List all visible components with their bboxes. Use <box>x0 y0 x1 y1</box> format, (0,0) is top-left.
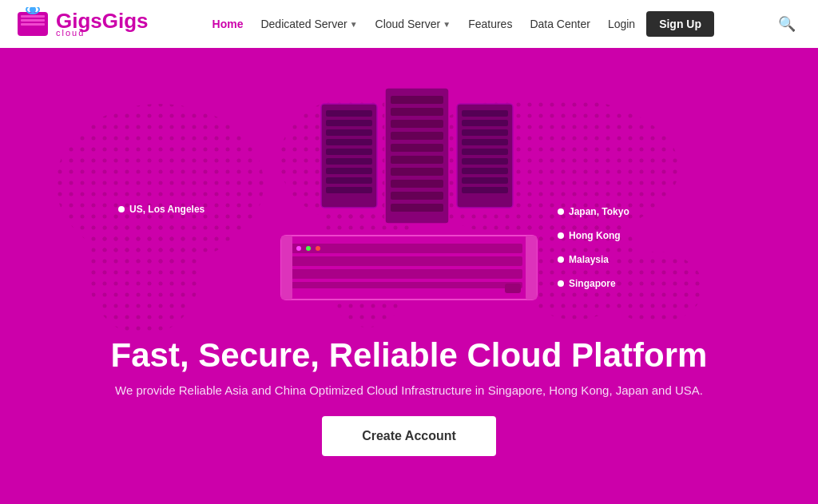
create-account-button[interactable]: Create Account <box>322 416 496 456</box>
dedicated-server-label: Dedicated Server <box>260 18 347 30</box>
svg-rect-37 <box>462 120 508 126</box>
svg-rect-30 <box>391 156 443 164</box>
svg-rect-22 <box>326 177 372 184</box>
svg-rect-20 <box>326 158 372 165</box>
svg-rect-38 <box>462 129 508 136</box>
us-dot <box>118 206 125 212</box>
cloud-server-label: Cloud Server <box>375 18 441 30</box>
search-icon[interactable]: 🔍 <box>772 12 802 36</box>
svg-rect-51 <box>526 236 537 300</box>
svg-rect-27 <box>391 120 443 128</box>
svg-rect-39 <box>462 139 508 145</box>
hero-section: US, Los Angeles Japan, Tokyo Hong Kong M… <box>0 48 818 504</box>
nav-item-features[interactable]: Features <box>462 13 518 35</box>
hero-subtitle: We provide Reliable Asia and China Optim… <box>16 383 802 397</box>
svg-rect-49 <box>291 282 522 288</box>
svg-rect-23 <box>326 187 372 193</box>
svg-rect-16 <box>326 120 372 126</box>
nav-item-login[interactable]: Login <box>602 13 641 35</box>
nav-link-dedicated[interactable]: Dedicated Server ▼ <box>254 13 363 35</box>
svg-rect-26 <box>391 108 443 116</box>
nav-link-home[interactable]: Home <box>206 13 250 35</box>
svg-rect-36 <box>462 110 508 117</box>
svg-rect-46 <box>291 244 522 253</box>
svg-rect-25 <box>391 96 443 104</box>
location-malaysia: Malaysia <box>558 254 609 265</box>
navbar: GigsGigs cloud Home Dedicated Server ▼ C… <box>0 0 818 48</box>
svg-rect-43 <box>462 177 508 184</box>
svg-rect-15 <box>326 110 372 117</box>
nav-item-datacenter[interactable]: Data Center <box>523 13 596 35</box>
svg-rect-47 <box>291 256 522 266</box>
location-hongkong: Hong Kong <box>558 230 621 241</box>
svg-rect-40 <box>462 149 508 155</box>
svg-point-54 <box>316 246 320 251</box>
svg-point-4 <box>30 7 36 13</box>
hero-content: Fast, Secure, Reliable Cloud Platform We… <box>0 337 818 456</box>
svg-rect-42 <box>462 168 508 174</box>
nav-link-cloud[interactable]: Cloud Server ▼ <box>369 13 458 35</box>
svg-rect-44 <box>462 187 508 193</box>
logo[interactable]: GigsGigs cloud <box>16 7 149 41</box>
svg-rect-41 <box>462 158 508 165</box>
svg-rect-1 <box>21 15 45 18</box>
svg-rect-17 <box>326 129 372 136</box>
location-japan: Japan, Tokyo <box>558 206 629 217</box>
nav-link-datacenter[interactable]: Data Center <box>523 13 596 35</box>
svg-rect-18 <box>326 139 372 145</box>
location-us: US, Los Angeles <box>118 204 204 215</box>
svg-rect-28 <box>391 132 443 140</box>
svg-rect-33 <box>391 192 443 200</box>
svg-point-53 <box>306 246 311 251</box>
svg-rect-2 <box>21 19 45 22</box>
nav-item-dedicated[interactable]: Dedicated Server ▼ <box>254 13 363 35</box>
nav-links: Home Dedicated Server ▼ Cloud Server ▼ F… <box>206 11 714 37</box>
cloud-chevron-icon: ▼ <box>443 20 451 29</box>
svg-rect-34 <box>391 204 443 212</box>
svg-point-52 <box>296 246 301 251</box>
server-svg <box>257 88 561 319</box>
svg-rect-48 <box>291 269 522 279</box>
svg-rect-29 <box>391 144 443 152</box>
signup-button[interactable]: Sign Up <box>646 11 714 37</box>
svg-rect-55 <box>505 284 521 293</box>
hero-title: Fast, Secure, Reliable Cloud Platform <box>16 337 802 374</box>
svg-rect-32 <box>391 180 443 188</box>
svg-rect-21 <box>326 168 372 174</box>
nav-item-signup[interactable]: Sign Up <box>646 11 714 37</box>
svg-rect-3 <box>21 23 45 26</box>
nav-link-login[interactable]: Login <box>602 13 641 35</box>
nav-item-home[interactable]: Home <box>206 13 250 35</box>
server-illustration <box>257 88 561 319</box>
svg-rect-31 <box>391 168 443 176</box>
location-singapore: Singapore <box>558 278 616 289</box>
dedicated-chevron-icon: ▼ <box>350 20 358 29</box>
svg-rect-50 <box>281 236 292 300</box>
nav-item-cloud[interactable]: Cloud Server ▼ <box>369 13 458 35</box>
svg-rect-19 <box>326 149 372 155</box>
logo-icon <box>16 7 50 41</box>
nav-link-features[interactable]: Features <box>462 13 518 35</box>
